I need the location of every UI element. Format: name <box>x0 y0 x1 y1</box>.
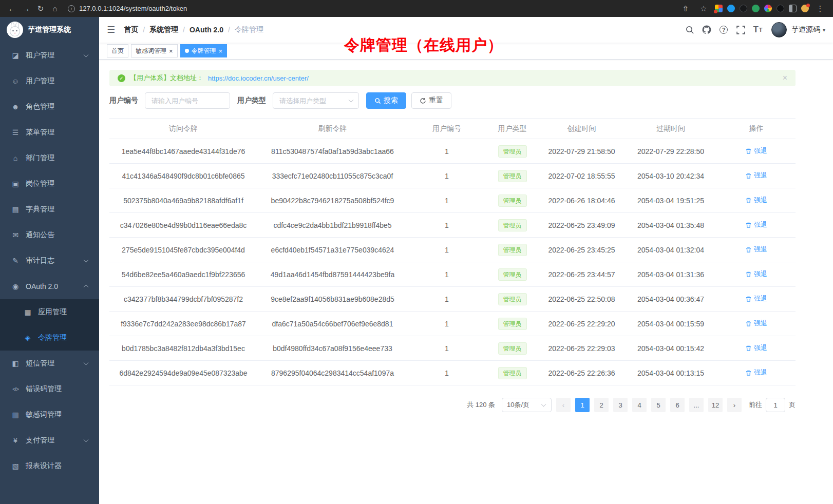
browser-back-icon[interactable]: ← <box>5 3 18 15</box>
goto-page-input[interactable] <box>766 398 785 412</box>
oauth-icon: ◉ <box>10 282 21 290</box>
force-logout-button[interactable]: 强退 <box>745 171 767 180</box>
tab-sensitive-word[interactable]: 敏感词管理 × <box>131 44 178 57</box>
user-type-cell: 管理员 <box>486 164 539 188</box>
pagination-total: 共 120 条 <box>467 400 495 410</box>
site-info-icon[interactable]: i <box>68 5 75 12</box>
extension-dark2-icon[interactable] <box>777 5 784 12</box>
address-bar[interactable]: i 127.0.0.1:1024/system/oauth2/token <box>68 5 673 12</box>
breadcrumb-item-oauth[interactable]: OAuth 2.0 <box>190 26 223 34</box>
next-page-button[interactable]: › <box>727 398 742 412</box>
dark-mode-extension-icon[interactable] <box>789 5 797 12</box>
share-icon[interactable]: ⇧ <box>679 3 692 15</box>
user-menu-caret-icon[interactable]: ▾ <box>823 27 825 33</box>
sidebar-item-oauth[interactable]: ◉ OAuth 2.0 <box>0 274 99 299</box>
close-icon[interactable]: × <box>169 48 173 54</box>
user-type-select-input[interactable] <box>273 93 358 108</box>
sidebar-item-sms[interactable]: ◧ 短信管理 <box>0 351 99 376</box>
alert-text: 【用户体系】文档地址： <box>130 73 203 83</box>
breadcrumb-item-system[interactable]: 系统管理 <box>149 25 178 34</box>
github-icon[interactable] <box>698 21 715 38</box>
doc-alert: ✓ 【用户体系】文档地址： https://doc.iocoder.cn/use… <box>109 70 796 86</box>
force-logout-button[interactable]: 强退 <box>745 220 767 229</box>
sidebar-item-notice[interactable]: ✉ 通知公告 <box>0 222 99 248</box>
extension-dark-icon[interactable] <box>740 5 747 12</box>
force-logout-button[interactable]: 强退 <box>745 319 767 328</box>
force-logout-button[interactable]: 强退 <box>745 245 767 254</box>
success-check-icon: ✓ <box>118 74 125 82</box>
goto-unit: 页 <box>789 400 796 410</box>
browser-profile-icon[interactable] <box>801 5 809 12</box>
sidebar-item-post[interactable]: ▣ 岗位管理 <box>0 171 99 197</box>
force-logout-button[interactable]: 强退 <box>745 269 767 279</box>
page-button[interactable]: 2 <box>594 398 609 412</box>
search-icon[interactable] <box>681 21 698 38</box>
sidebar-item-department[interactable]: ⌂ 部门管理 <box>0 145 99 171</box>
sidebar-item-app-management[interactable]: ▦ 应用管理 <box>0 299 99 325</box>
browser-home-icon[interactable]: ⌂ <box>48 3 62 15</box>
sidebar-item-menu[interactable]: ☰ 菜单管理 <box>0 120 99 145</box>
sidebar-item-payment[interactable]: ¥ 支付管理 <box>0 428 99 453</box>
page-button[interactable]: 4 <box>632 398 647 412</box>
table-row: 502375b8040a469a9b82188afdf6af1f be90422… <box>109 188 796 213</box>
sidebar-item-audit-log[interactable]: ✎ 审计日志 <box>0 248 99 274</box>
extension-green-icon[interactable] <box>752 5 760 12</box>
page-button[interactable]: 5 <box>651 398 666 412</box>
user-avatar[interactable] <box>771 22 787 37</box>
app-logo[interactable]: 芋道管理系统 <box>0 17 99 43</box>
tab-home[interactable]: 首页 <box>107 44 128 57</box>
sidebar-item-report-designer[interactable]: ▧ 报表设计器 <box>0 453 99 479</box>
breadcrumb-item-home[interactable]: 首页 <box>124 25 138 34</box>
sidebar-item-tenant[interactable]: ◪ 租户管理 <box>0 43 99 68</box>
user-id-cell: 1 <box>408 213 486 238</box>
browser-menu-icon[interactable]: ⋮ <box>813 3 827 15</box>
doc-link[interactable]: https://doc.iocoder.cn/user-center/ <box>208 74 309 82</box>
page-button[interactable]: 12 <box>708 398 723 412</box>
page-button[interactable]: 1 <box>575 398 590 412</box>
alert-close-icon[interactable]: × <box>783 73 787 83</box>
browser-reload-icon[interactable]: ↻ <box>34 3 47 15</box>
force-logout-button[interactable]: 强退 <box>745 196 767 205</box>
sidebar-item-user[interactable]: ☺ 用户管理 <box>0 68 99 94</box>
user-type-select[interactable] <box>273 92 359 109</box>
sidebar-item-sensitive-word[interactable]: ▥ 敏感词管理 <box>0 402 99 428</box>
sidebar-item-label: 字典管理 <box>26 205 54 214</box>
force-logout-button[interactable]: 强退 <box>745 146 767 156</box>
tab-token-management[interactable]: 令牌管理 × <box>180 44 228 57</box>
twitter-extension-icon[interactable] <box>727 5 735 12</box>
prev-page-button[interactable]: ‹ <box>556 398 571 412</box>
url-text[interactable]: 127.0.0.1:1024/system/oauth2/token <box>79 5 187 12</box>
search-button[interactable]: 搜索 <box>366 92 406 109</box>
force-logout-button[interactable]: 强退 <box>745 368 767 377</box>
col-access-token: 访问令牌 <box>109 119 257 139</box>
more-pages-button[interactable]: ... <box>689 398 704 412</box>
font-size-icon[interactable]: TT <box>749 21 766 38</box>
page-button[interactable]: 6 <box>670 398 685 412</box>
page-size-select[interactable]: 10条/页 <box>502 398 552 412</box>
user-name[interactable]: 芋道源码 <box>791 25 820 34</box>
table-row: b0d1785bc3a8482f812db4a3f3bd15ec b0df498… <box>109 336 796 361</box>
sidebar-toggle-icon[interactable]: ☰ <box>99 24 123 35</box>
close-icon[interactable]: × <box>219 48 223 54</box>
extension-grid-icon[interactable] <box>715 5 723 12</box>
access-token-cell: f9336e7c7dd242a283ee98dc86b17a87 <box>109 312 257 336</box>
page-button[interactable]: 3 <box>613 398 628 412</box>
force-logout-button[interactable]: 强退 <box>745 294 767 303</box>
bookmark-star-icon[interactable]: ☆ <box>697 3 710 15</box>
force-logout-button[interactable]: 强退 <box>745 343 767 353</box>
refresh-token-cell: b0df4980ffd34c67a08f9156e4eee733 <box>257 336 408 361</box>
sidebar-item-role[interactable]: ☻ 角色管理 <box>0 94 99 120</box>
help-icon[interactable]: ? <box>715 21 732 38</box>
sidebar-item-dictionary[interactable]: ▤ 字典管理 <box>0 197 99 222</box>
action-cell: 强退 <box>717 312 796 336</box>
extension-pinwheel-icon[interactable] <box>764 5 772 12</box>
fullscreen-icon[interactable] <box>732 21 749 38</box>
expire-time-cell: 2054-03-04 00:13:15 <box>624 361 717 385</box>
reset-button[interactable]: 重置 <box>411 92 451 109</box>
sidebar-item-token-management[interactable]: ◈ 令牌管理 <box>0 325 99 351</box>
user-id-input[interactable] <box>145 93 230 108</box>
sidebar-item-label: 菜单管理 <box>26 128 54 137</box>
expire-time-cell: 2054-03-04 01:31:36 <box>624 262 717 287</box>
browser-forward-icon[interactable]: → <box>20 3 33 15</box>
sidebar-item-error-code[interactable]: </> 错误码管理 <box>0 376 99 402</box>
